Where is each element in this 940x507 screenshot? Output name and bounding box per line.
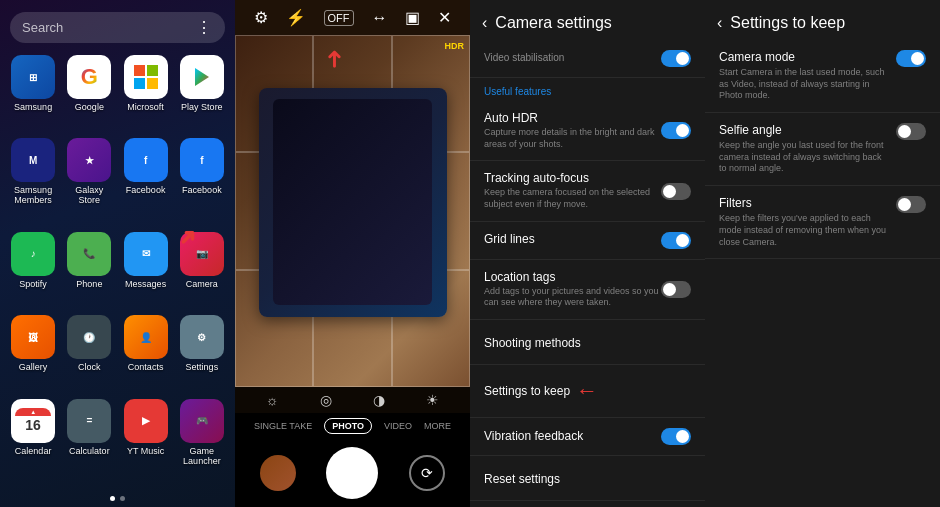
effects-icon[interactable]: ✕ bbox=[438, 8, 451, 27]
mode-video[interactable]: VIDEO bbox=[384, 421, 412, 431]
toggle-auto-hdr[interactable] bbox=[661, 122, 691, 139]
settings-list: Video stabilisation Useful features Auto… bbox=[470, 40, 705, 507]
setting-auto-hdr: Auto HDR Capture more details in the bri… bbox=[470, 101, 705, 161]
tone-icon[interactable]: ◑ bbox=[373, 392, 385, 408]
app-facebook[interactable]: fFacebook bbox=[121, 138, 171, 225]
app-calendar[interactable]: ▲16Calendar bbox=[8, 399, 58, 486]
filters-title: Filters bbox=[719, 196, 888, 210]
back-button[interactable]: ‹ bbox=[482, 14, 487, 32]
arrow-to-settings: ➜ bbox=[320, 49, 348, 69]
keep-item-filters: Filters Keep the filters you've applied … bbox=[705, 186, 940, 259]
setting-video-stabilization: Video stabilisation bbox=[470, 40, 705, 78]
camera-modes-bar: SINGLE TAKE PHOTO VIDEO MORE bbox=[235, 413, 470, 439]
app-label-samsung-members: Samsung Members bbox=[8, 185, 58, 205]
phone-subject bbox=[259, 88, 447, 317]
toggle-location-tags[interactable] bbox=[661, 281, 691, 298]
mode-more[interactable]: MORE bbox=[424, 421, 451, 431]
app-facebook2[interactable]: fFacebook bbox=[177, 138, 227, 225]
app-icon-galaxy-store: ★ bbox=[67, 138, 111, 182]
app-clock[interactable]: 🕐Clock bbox=[64, 315, 114, 392]
app-icon-ytmusic: ▶ bbox=[124, 399, 168, 443]
app-gallery[interactable]: 🖼Gallery bbox=[8, 315, 58, 392]
app-messages[interactable]: ✉Messages bbox=[121, 232, 171, 309]
app-label-settings: Settings bbox=[186, 362, 219, 372]
keep-item-camera-mode: Camera mode Start Camera in the last use… bbox=[705, 40, 940, 113]
toggle-vibration[interactable] bbox=[661, 428, 691, 445]
app-gamelauncher[interactable]: 🎮Game Launcher bbox=[177, 399, 227, 486]
camera-bottom-icons: ☼ ◎ ◑ ☀ bbox=[235, 387, 470, 413]
app-camera[interactable]: 📷Camera bbox=[177, 232, 227, 309]
thumbnail[interactable] bbox=[260, 455, 296, 491]
mode-single-take[interactable]: SINGLE TAKE bbox=[254, 421, 312, 431]
app-label-clock: Clock bbox=[78, 362, 101, 372]
menu-dots[interactable]: ⋮ bbox=[196, 18, 213, 37]
tracking-af-desc: Keep the camera focused on the selected … bbox=[484, 187, 661, 210]
app-icon-contacts: 👤 bbox=[124, 315, 168, 359]
app-galaxy-store[interactable]: ★Galaxy Store bbox=[64, 138, 114, 225]
toggle-video-stab[interactable] bbox=[661, 50, 691, 67]
camera-settings-panel: ‹ Camera settings Video stabilisation Us… bbox=[470, 0, 705, 507]
location-tags-title: Location tags bbox=[484, 270, 661, 284]
toggle-grid-lines[interactable] bbox=[661, 232, 691, 249]
setting-grid-lines: Grid lines bbox=[470, 222, 705, 260]
mode-photo[interactable]: PHOTO bbox=[324, 418, 372, 434]
app-label-microsoft: Microsoft bbox=[127, 102, 164, 112]
toggle-camera-mode[interactable] bbox=[896, 50, 926, 67]
app-google[interactable]: GGoogle bbox=[64, 55, 114, 132]
contact-us-link[interactable]: Contact us bbox=[470, 501, 705, 507]
app-icon-phone: 📞 bbox=[67, 232, 111, 276]
app-label-spotify: Spotify bbox=[19, 279, 47, 289]
toggle-selfie-angle[interactable] bbox=[896, 123, 926, 140]
app-icon-microsoft bbox=[124, 55, 168, 99]
flash-icon[interactable]: ⚡ bbox=[286, 8, 306, 27]
hdr-badge: HDR bbox=[445, 41, 465, 51]
page-dot-1 bbox=[110, 496, 115, 501]
app-label-camera: Camera bbox=[186, 279, 218, 289]
timer-icon[interactable]: OFF bbox=[324, 10, 354, 26]
useful-features-label: Useful features bbox=[470, 78, 705, 101]
grid-lines-title: Grid lines bbox=[484, 232, 661, 246]
app-label-ytmusic: YT Music bbox=[127, 446, 164, 456]
flip-camera-button[interactable]: ⟳ bbox=[409, 455, 445, 491]
app-samsung-members[interactable]: MSamsung Members bbox=[8, 138, 58, 225]
app-icon-facebook: f bbox=[124, 138, 168, 182]
app-samsung[interactable]: ⊞Samsung bbox=[8, 55, 58, 132]
app-calculator[interactable]: =Calculator bbox=[64, 399, 114, 486]
app-ytmusic[interactable]: ▶YT Music bbox=[121, 399, 171, 486]
page-dot-2 bbox=[120, 496, 125, 501]
settings-header: ‹ Camera settings bbox=[470, 0, 705, 40]
app-settings[interactable]: ⚙Settings bbox=[177, 315, 227, 392]
shooting-methods-link[interactable]: Shooting methods bbox=[470, 320, 705, 365]
app-playstore[interactable]: Play Store bbox=[177, 55, 227, 132]
search-bar[interactable]: Search ⋮ bbox=[10, 12, 225, 43]
motion-icon[interactable]: ▣ bbox=[405, 8, 420, 27]
app-icon-gamelauncher: 🎮 bbox=[180, 399, 224, 443]
arrow-to-keep: ← bbox=[576, 378, 598, 404]
app-microsoft[interactable]: Microsoft bbox=[121, 55, 171, 132]
camera-mode-title: Camera mode bbox=[719, 50, 888, 64]
keep-back-button[interactable]: ‹ bbox=[717, 14, 722, 32]
app-label-facebook2: Facebook bbox=[182, 185, 222, 195]
setting-tracking-af: Tracking auto-focus Keep the camera focu… bbox=[470, 161, 705, 221]
brightness-icon[interactable]: ☀ bbox=[426, 392, 439, 408]
focus-icon[interactable]: ◎ bbox=[320, 392, 332, 408]
shutter-button[interactable] bbox=[326, 447, 378, 499]
app-contacts[interactable]: 👤Contacts bbox=[121, 315, 171, 392]
keep-item-selfie-angle: Selfie angle Keep the angle you last use… bbox=[705, 113, 940, 186]
setting-location-tags: Location tags Add tags to your pictures … bbox=[470, 260, 705, 320]
reset-settings-link[interactable]: Reset settings bbox=[470, 456, 705, 501]
app-label-google: Google bbox=[75, 102, 104, 112]
settings-to-keep-link[interactable]: Settings to keep ← bbox=[470, 365, 705, 418]
app-phone[interactable]: 📞Phone bbox=[64, 232, 114, 309]
app-spotify[interactable]: ♪Spotify bbox=[8, 232, 58, 309]
app-label-galaxy-store: Galaxy Store bbox=[64, 185, 114, 205]
keep-list: Camera mode Start Camera in the last use… bbox=[705, 40, 940, 507]
exposure-icon[interactable]: ☼ bbox=[266, 392, 279, 408]
page-indicator bbox=[0, 490, 235, 507]
ratio-icon[interactable]: ↔ bbox=[371, 9, 387, 27]
app-icon-google: G bbox=[67, 55, 111, 99]
camera-settings-icon[interactable]: ⚙ bbox=[254, 8, 268, 27]
svg-marker-0 bbox=[195, 68, 209, 86]
toggle-tracking-af[interactable] bbox=[661, 183, 691, 200]
toggle-filters[interactable] bbox=[896, 196, 926, 213]
